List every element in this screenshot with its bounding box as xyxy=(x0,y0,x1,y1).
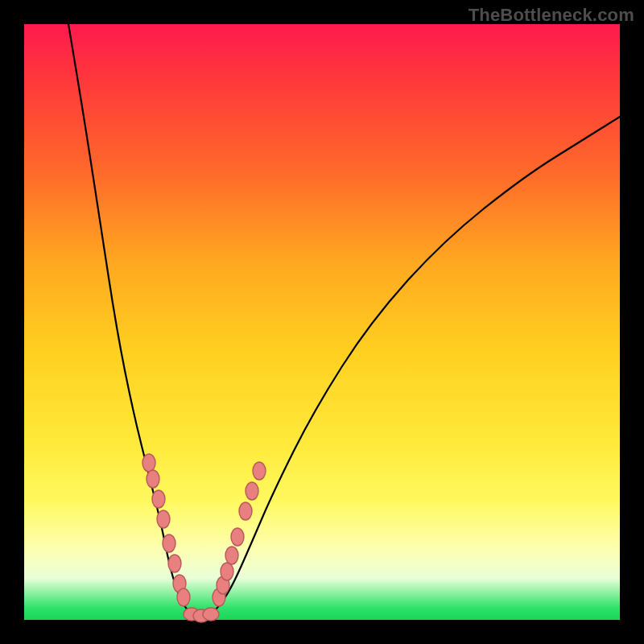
data-bead xyxy=(163,535,175,552)
curve-layer xyxy=(24,24,620,620)
data-bead xyxy=(147,470,159,488)
data-bead xyxy=(152,490,165,508)
data-bead xyxy=(177,588,190,606)
data-bead xyxy=(168,555,181,572)
data-bead xyxy=(246,482,258,500)
plot-area xyxy=(24,24,620,620)
data-bead xyxy=(221,563,233,580)
data-bead xyxy=(157,510,170,528)
data-bead xyxy=(239,502,252,520)
data-bead xyxy=(142,454,155,472)
data-bead xyxy=(253,462,266,480)
watermark-text: TheBottleneck.com xyxy=(469,5,634,26)
curve-right-arm xyxy=(209,117,620,616)
data-bead xyxy=(203,608,219,621)
curve-left-arm xyxy=(68,24,193,616)
data-bead xyxy=(225,547,238,564)
chart-frame: TheBottleneck.com xyxy=(0,0,644,644)
data-bead xyxy=(231,528,244,546)
